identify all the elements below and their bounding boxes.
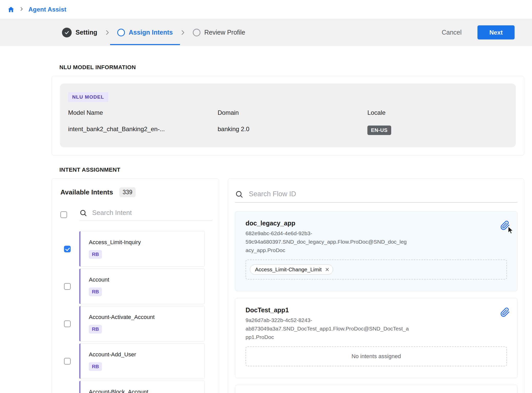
step-active-circle-icon bbox=[117, 29, 125, 36]
intent-checkbox[interactable] bbox=[64, 358, 71, 365]
locale-badge: EN-US bbox=[367, 126, 391, 135]
nlu-model-card: NLU MODEL Model Name intent_bank2_chat_B… bbox=[51, 76, 524, 156]
assigned-intent-label: Access_Limit-Change_Limit bbox=[255, 266, 322, 273]
main-content: NLU MODEL INFORMATION NLU MODEL Model Na… bbox=[51, 46, 524, 393]
flow-search-field bbox=[235, 190, 517, 203]
attach-intent-icon[interactable] bbox=[500, 307, 510, 317]
flow-id: 9a26d7ab-322b-4c52-8243-ab873049a3a7.SND… bbox=[246, 316, 409, 341]
cancel-button[interactable]: Cancel bbox=[440, 28, 463, 36]
remove-assigned-intent-icon[interactable] bbox=[325, 267, 330, 272]
search-icon bbox=[79, 209, 87, 217]
step-separator-icon bbox=[104, 29, 111, 36]
intent-assignment-title: INTENT ASSIGNMENT bbox=[59, 167, 524, 173]
intent-name: Access_Limit-Inquiry bbox=[89, 239, 205, 246]
search-flow-id-input[interactable] bbox=[248, 190, 517, 198]
flow-name: doc_legacy_app bbox=[246, 220, 507, 227]
intent-tag-badge: RB bbox=[89, 287, 102, 296]
step-setting[interactable]: Setting bbox=[62, 28, 97, 37]
intent-assignment: Available Intents 339 Access_Limit-Inqui… bbox=[51, 178, 524, 393]
breadcrumb: Agent Assist bbox=[0, 0, 532, 19]
agent-assist-page: Agent Assist Setting Assign Intents bbox=[0, 0, 532, 393]
intent-count-badge: 339 bbox=[119, 187, 136, 197]
search-intent-input[interactable] bbox=[92, 209, 212, 217]
intent-row: Account-Add_User RB bbox=[60, 343, 219, 379]
stepper-bar: Setting Assign Intents Review Profile Ca… bbox=[0, 19, 532, 46]
attach-intent-icon[interactable] bbox=[500, 221, 510, 230]
stepper-actions: Cancel Next bbox=[440, 25, 515, 39]
flow-card-doc-legacy-app: doc_legacy_app 682e9abc-62d4-4e6d-92b3-5… bbox=[235, 211, 517, 291]
intent-tag-badge: RB bbox=[89, 362, 102, 371]
assigned-intents-dropzone[interactable]: No intents assigned bbox=[246, 346, 507, 366]
steps: Setting Assign Intents Review Profile bbox=[62, 28, 245, 37]
intent-list: Access_Limit-Inquiry RB Account RB bbox=[60, 231, 219, 393]
intent-card[interactable]: Account-Block_Account RB bbox=[79, 381, 205, 393]
assigned-intents-dropzone[interactable]: Access_Limit-Change_Limit bbox=[246, 260, 507, 280]
flow-name: DocTest_app1 bbox=[246, 306, 507, 314]
nlu-model-badge: NLU MODEL bbox=[68, 92, 108, 102]
available-intents-title: Available Intents bbox=[60, 188, 113, 196]
intent-checkbox[interactable] bbox=[64, 283, 71, 290]
field-label: Model Name bbox=[68, 109, 218, 116]
breadcrumb-current[interactable]: Agent Assist bbox=[28, 6, 66, 13]
intent-card[interactable]: Access_Limit-Inquiry RB bbox=[79, 231, 205, 267]
step-label: Review Profile bbox=[204, 29, 245, 36]
flow-card-partial bbox=[235, 385, 517, 393]
intent-card[interactable]: Account-Add_User RB bbox=[79, 343, 205, 379]
next-button[interactable]: Next bbox=[477, 25, 515, 39]
search-icon bbox=[235, 190, 243, 198]
step-review-profile[interactable]: Review Profile bbox=[193, 29, 245, 36]
available-intents-panel: Available Intents 339 Access_Limit-Inqui… bbox=[51, 178, 219, 393]
flow-panel: doc_legacy_app 682e9abc-62d4-4e6d-92b3-5… bbox=[228, 178, 524, 393]
intent-name: Account-Add_User bbox=[89, 351, 205, 358]
step-label: Assign Intents bbox=[129, 29, 173, 36]
nlu-section-title: NLU MODEL INFORMATION bbox=[59, 64, 524, 71]
home-icon[interactable] bbox=[7, 6, 15, 13]
intent-card[interactable]: Account RB bbox=[79, 268, 205, 304]
intent-checkbox[interactable] bbox=[64, 320, 71, 327]
intent-row: Account-Activate_Account RB bbox=[60, 306, 219, 342]
field-value: intent_bank2_chat_Banking2_en-... bbox=[68, 126, 218, 133]
flow-id: 682e9abc-62d4-4e6d-92b3-59c94a680397.SND… bbox=[246, 229, 409, 254]
intent-name: Account-Block_Account bbox=[89, 389, 205, 393]
select-all-checkbox[interactable] bbox=[60, 211, 67, 218]
flow-card-doctest-app1: DocTest_app1 9a26d7ab-322b-4c52-8243-ab8… bbox=[235, 298, 517, 378]
available-intents-header: Available Intents 339 bbox=[60, 187, 219, 197]
field-model-name: Model Name intent_bank2_chat_Banking2_en… bbox=[68, 109, 218, 135]
intent-tag-badge: RB bbox=[89, 250, 102, 259]
step-pending-circle-icon bbox=[193, 29, 200, 36]
step-complete-icon bbox=[62, 28, 72, 37]
field-value: banking 2.0 bbox=[218, 126, 367, 133]
intent-row: Account-Block_Account RB bbox=[60, 381, 219, 393]
step-assign-intents[interactable]: Assign Intents bbox=[117, 29, 173, 36]
intent-name: Account-Activate_Account bbox=[89, 314, 205, 320]
no-intents-text: No intents assigned bbox=[352, 353, 401, 360]
step-label: Setting bbox=[76, 29, 97, 36]
intent-card[interactable]: Account-Activate_Account RB bbox=[79, 306, 205, 342]
field-domain: Domain banking 2.0 bbox=[218, 109, 367, 135]
intent-row: Access_Limit-Inquiry RB bbox=[60, 231, 219, 267]
breadcrumb-chevron-icon bbox=[19, 6, 24, 13]
nlu-fields: Model Name intent_bank2_chat_Banking2_en… bbox=[68, 109, 508, 135]
intent-name: Account bbox=[89, 276, 205, 283]
intent-checkbox[interactable] bbox=[64, 246, 71, 252]
field-label: Domain bbox=[218, 109, 367, 116]
intent-tag-badge: RB bbox=[89, 325, 102, 334]
step-separator-icon bbox=[179, 29, 186, 36]
field-label: Locale bbox=[367, 109, 508, 116]
nlu-model-panel: NLU MODEL Model Name intent_bank2_chat_B… bbox=[60, 84, 516, 147]
intent-search-row bbox=[60, 209, 219, 221]
assigned-intent-chip: Access_Limit-Change_Limit bbox=[250, 264, 333, 275]
intent-search-field bbox=[79, 209, 212, 221]
field-locale: Locale EN-US bbox=[367, 109, 508, 135]
intent-row: Account RB bbox=[60, 268, 219, 304]
